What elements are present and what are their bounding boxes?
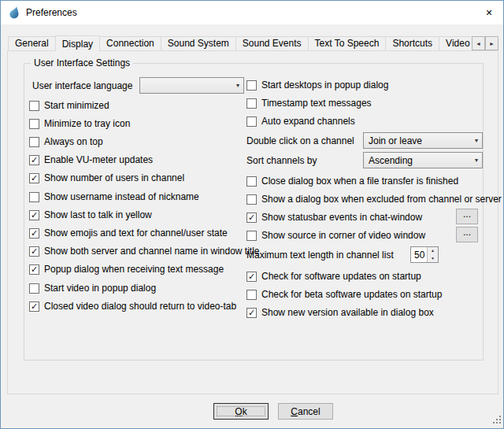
tab-sound-system[interactable]: Sound System [161,36,236,51]
checkbox-label: Start desktops in popup dialog [261,80,388,91]
checkbox-box[interactable] [29,101,39,111]
double-click-select[interactable]: Join or leave ▾ [363,132,483,149]
checkbox-statusbar-events[interactable]: ✓ Show statusbar events in chat-window [246,211,422,224]
tab-connection[interactable]: Connection [99,36,161,51]
checkbox-label: Show statusbar events in chat-window [261,212,422,223]
checkbox-box[interactable] [29,137,39,147]
checkbox-start-minimized[interactable]: Start minimized [29,99,109,112]
user-interface-settings-group: User Interface Settings User interface l… [24,63,484,361]
checkbox-label: Show number of users in channel [44,172,184,183]
combo-value: Ascending [369,155,413,166]
checkbox-box[interactable]: ✓ [29,301,39,312]
checkbox-box[interactable] [246,116,257,127]
spinner-buttons: ▲ ▼ [427,247,438,262]
ok-button-label: Ok [235,406,246,417]
max-text-length-label: Maximum text length in channel list [246,250,394,261]
checkbox-check-beta-updates[interactable]: Check for beta software updates on start… [246,288,442,301]
tab-scroll-left-button[interactable]: ◄ [472,36,485,50]
checkbox-label: Popup dialog when receiving text message [44,264,224,275]
checkbox-label: Enable VU-meter updates [44,154,153,165]
tab-shortcuts[interactable]: Shortcuts [385,36,439,51]
checkbox-label: Show a dialog box when excluded from cha… [261,194,502,205]
checkbox-label: Always on top [44,136,103,147]
checkbox-box[interactable]: ✓ [29,173,39,183]
tab-video[interactable]: Video [439,36,471,51]
checkbox-popup-text-message[interactable]: ✓ Popup dialog when receiving text messa… [29,263,224,276]
checkbox-box[interactable]: ✓ [29,228,39,239]
arrow-left-icon: ◄ [476,41,481,46]
checkbox-box[interactable]: ✓ [29,210,39,220]
checkbox-box[interactable]: ✓ [246,272,257,282]
spin-down-icon[interactable]: ▼ [428,255,438,263]
checkbox-box[interactable]: ✓ [29,246,39,257]
chevron-down-icon: ▾ [236,82,239,89]
checkbox-box[interactable]: ✓ [29,264,39,275]
checkbox-minimize-to-tray[interactable]: Minimize to tray icon [29,117,130,130]
checkbox-label: Check for beta software updates on start… [261,289,442,300]
checkbox-label: Closed video dialog should return to vid… [44,301,236,312]
checkbox-video-popup[interactable]: Start video in popup dialog [29,282,156,294]
checkbox-box[interactable] [246,290,257,300]
checkbox-box[interactable]: ✓ [246,308,257,318]
checkbox-server-channel-title[interactable]: ✓ Show both server and channel name in w… [29,245,260,257]
checkbox-video-return-tab[interactable]: ✓ Closed video dialog should return to v… [29,300,236,313]
checkbox-new-version-dialog[interactable]: ✓ Show new version available in dialog b… [246,306,434,319]
checkbox-box[interactable] [29,283,39,294]
max-text-length-spinner[interactable]: 50 ▲ ▼ [410,246,439,263]
tab-scroll-right-button[interactable]: ► [485,36,498,50]
checkbox-box[interactable] [29,119,39,129]
video-source-browse-button[interactable]: ... [456,227,478,242]
checkbox-box[interactable] [246,194,257,205]
preferences-dialog: Preferences ✕ General Display Connection… [0,0,504,429]
checkbox-check-updates[interactable]: ✓ Check for software updates on startup [246,270,421,283]
checkbox-emojis-text[interactable]: ✓ Show emojis and text for channel/user … [29,227,228,239]
ellipsis-icon: ... [463,230,471,235]
language-select[interactable]: ▾ [139,77,244,94]
checkbox-box[interactable] [246,176,257,187]
tab-bar: General Display Connection Sound System … [8,35,471,51]
checkbox-label: Timestamp text messages [261,98,372,109]
titlebar: Preferences ✕ [1,1,503,24]
checkbox-label: Auto expand channels [261,116,355,127]
checkbox-last-talk-yellow[interactable]: ✓ Show last to talk in yellow [29,209,152,221]
statusbar-events-browse-button[interactable]: ... [456,209,478,224]
double-click-label: Double click on a channel [246,135,354,146]
checkbox-vu-meter-updates[interactable]: ✓ Enable VU-meter updates [29,153,153,166]
checkbox-box[interactable]: ✓ [246,213,257,223]
checkbox-box[interactable]: ✓ [29,155,39,165]
checkbox-label: Start minimized [44,100,109,111]
checkbox-box[interactable] [246,98,257,109]
sort-channels-select[interactable]: Ascending ▾ [363,152,483,168]
tab-sound-events[interactable]: Sound Events [235,36,309,51]
checkbox-label: Show both server and channel name in win… [44,246,260,257]
close-button[interactable]: ✕ [475,1,503,24]
resize-grip-icon[interactable] [492,415,502,427]
spin-up-icon[interactable]: ▲ [428,247,438,255]
checkbox-label: Minimize to tray icon [44,118,130,129]
close-icon: ✕ [485,8,492,18]
checkbox-label: Show source in corner of video window [261,230,425,241]
checkbox-show-username[interactable]: Show username instead of nickname [29,190,199,203]
ellipsis-icon: ... [463,212,471,216]
ok-button[interactable]: Ok [213,403,269,420]
tab-general[interactable]: General [8,36,56,51]
checkbox-excluded-dialog[interactable]: Show a dialog box when excluded from cha… [246,193,502,205]
tab-display[interactable]: Display [55,35,100,51]
language-label: User interface language [32,80,132,91]
checkbox-timestamp-messages[interactable]: Timestamp text messages [246,97,372,109]
checkbox-box[interactable] [29,192,39,202]
checkbox-close-on-file-transfer[interactable]: Close dialog box when a file transfer is… [246,175,458,187]
tab-text-to-speech[interactable]: Text To Speech [308,36,387,51]
checkbox-box[interactable] [246,231,257,241]
tab-page-display: User Interface Settings User interface l… [7,50,498,394]
checkbox-box[interactable] [246,80,257,91]
checkbox-video-source-corner[interactable]: Show source in corner of video window [246,229,425,242]
cancel-button-label: Cancel [291,406,320,417]
checkbox-show-user-count[interactable]: ✓ Show number of users in channel [29,172,184,184]
checkbox-auto-expand-channels[interactable]: Auto expand channels [246,115,355,128]
checkbox-always-on-top[interactable]: Always on top [29,135,103,148]
arrow-right-icon: ► [489,41,495,46]
combo-value: Join or leave [369,135,422,146]
cancel-button[interactable]: Cancel [278,403,333,420]
checkbox-desktops-popup[interactable]: Start desktops in popup dialog [246,79,388,91]
